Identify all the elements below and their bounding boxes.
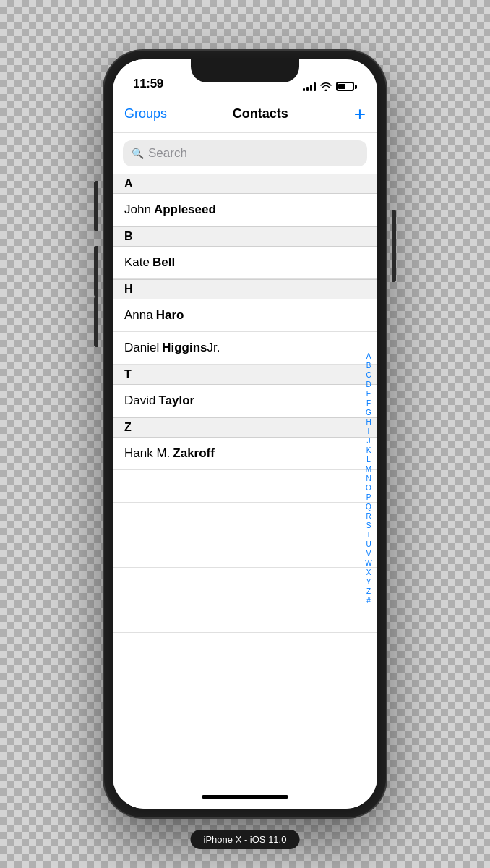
alpha-m[interactable]: M — [363, 465, 374, 474]
alpha-u[interactable]: U — [363, 540, 374, 549]
alpha-i[interactable]: I — [363, 427, 374, 436]
add-contact-button[interactable]: + — [354, 104, 366, 124]
alpha-g[interactable]: G — [363, 409, 374, 417]
alpha-y[interactable]: Y — [363, 578, 374, 587]
empty-row — [113, 600, 377, 633]
search-bar[interactable]: 🔍 Search — [123, 140, 367, 166]
page-title: Contacts — [233, 106, 288, 122]
alpha-o[interactable]: O — [363, 484, 374, 493]
alpha-e[interactable]: E — [363, 390, 374, 399]
empty-row — [113, 503, 377, 535]
alphabet-index: A B C D E F G H I J K L M N O P Q R S T — [363, 174, 374, 784]
empty-row — [113, 535, 377, 568]
status-time: 11:59 — [133, 77, 163, 91]
section-header-a: A — [113, 174, 377, 194]
alpha-d[interactable]: D — [363, 380, 374, 389]
status-icons — [303, 82, 357, 91]
alpha-k[interactable]: K — [363, 446, 374, 455]
alpha-w[interactable]: W — [363, 559, 374, 568]
alpha-a[interactable]: A — [363, 352, 374, 361]
alpha-p[interactable]: P — [363, 493, 374, 502]
contact-row[interactable]: Kate Bell — [113, 247, 377, 279]
home-bar — [202, 795, 288, 799]
contact-row[interactable]: Hank M. Zakroff — [113, 438, 377, 470]
contact-row[interactable]: Anna Haro — [113, 299, 377, 332]
alpha-x[interactable]: X — [363, 569, 374, 577]
empty-row — [113, 470, 377, 503]
phone-outer: 11:59 — [104, 51, 386, 817]
alpha-b[interactable]: B — [363, 362, 374, 370]
alpha-q[interactable]: Q — [363, 503, 374, 511]
home-indicator — [113, 784, 377, 809]
section-header-z: Z — [113, 417, 377, 438]
alpha-r[interactable]: R — [363, 512, 374, 521]
contact-row[interactable]: John Appleseed — [113, 194, 377, 226]
alpha-z[interactable]: Z — [363, 587, 374, 596]
section-header-b: B — [113, 226, 377, 247]
empty-row — [113, 568, 377, 600]
device-label: iPhone X - iOS 11.0 — [191, 830, 300, 849]
alpha-l[interactable]: L — [363, 456, 374, 464]
notch — [191, 59, 299, 82]
section-header-t: T — [113, 365, 377, 385]
search-container: 🔍 Search — [113, 133, 377, 174]
wifi-icon — [320, 82, 332, 91]
alpha-c[interactable]: C — [363, 371, 374, 380]
contact-row[interactable]: Daniel Higgins Jr. — [113, 332, 377, 365]
alpha-n[interactable]: N — [363, 475, 374, 483]
alpha-f[interactable]: F — [363, 399, 374, 408]
alpha-v[interactable]: V — [363, 550, 374, 558]
nav-bar: Groups Contacts + — [113, 95, 377, 133]
alpha-s[interactable]: S — [363, 522, 374, 530]
section-header-h: H — [113, 279, 377, 299]
search-placeholder: Search — [148, 146, 187, 161]
search-icon: 🔍 — [132, 148, 144, 159]
alpha-hash[interactable]: # — [363, 597, 374, 605]
contacts-list: A John Appleseed B Kate Bell H Anna Haro… — [113, 174, 377, 784]
phone-screen: 11:59 — [113, 59, 377, 809]
alpha-h[interactable]: H — [363, 418, 374, 427]
battery-icon — [336, 82, 357, 91]
groups-button[interactable]: Groups — [124, 106, 167, 122]
alpha-j[interactable]: J — [363, 437, 374, 446]
alpha-t[interactable]: T — [363, 531, 374, 540]
contact-row[interactable]: David Taylor — [113, 385, 377, 417]
signal-icon — [303, 82, 316, 91]
